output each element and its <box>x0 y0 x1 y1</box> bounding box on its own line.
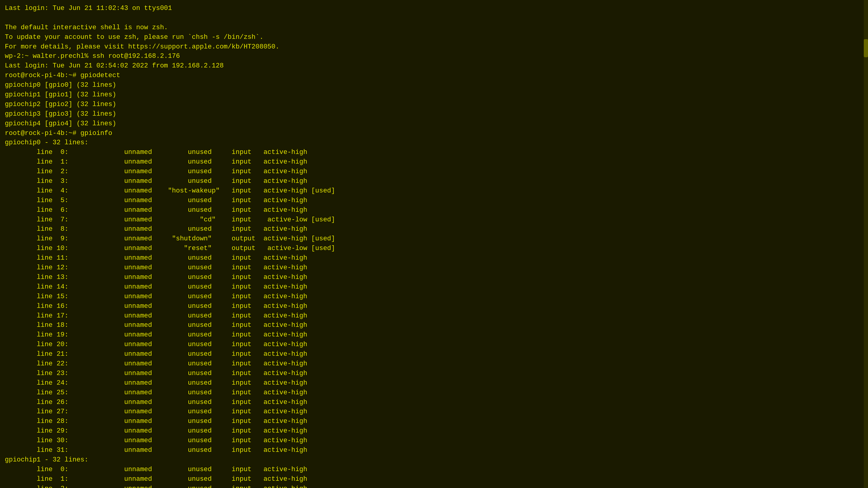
scrollbar-thumb[interactable] <box>864 39 868 57</box>
scrollbar[interactable] <box>864 0 868 488</box>
terminal-window[interactable]: Last login: Tue Jun 21 11:02:43 on ttys0… <box>0 0 868 488</box>
